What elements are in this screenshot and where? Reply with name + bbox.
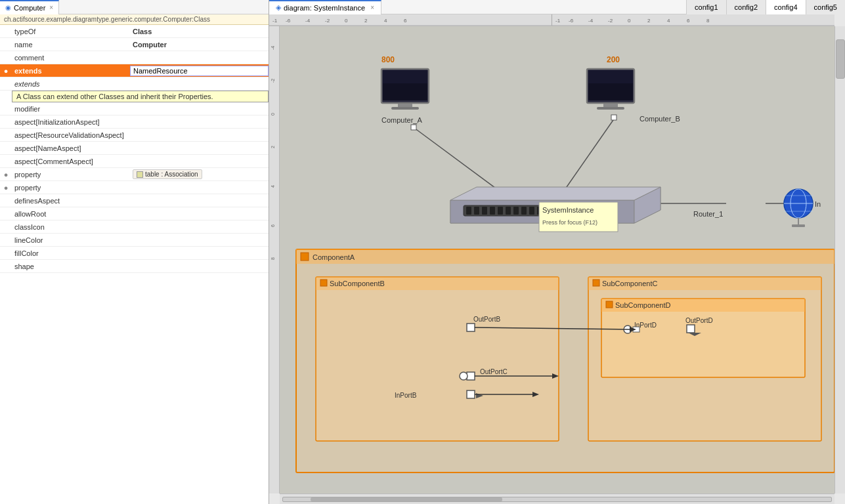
config-tab-2[interactable]: config2	[726, 0, 766, 14]
diagram-tab-bar: ◈ diagram: SystemInstance × config1 conf…	[269, 0, 845, 14]
prop-value-modifier	[130, 108, 269, 110]
svg-text:Router_1: Router_1	[693, 210, 723, 218]
prop-name-name: name	[12, 39, 130, 50]
diagram-tab-label: diagram: SystemInstance	[284, 4, 365, 12]
prop-row-aspect4: aspect[CommentAspect]	[0, 155, 269, 168]
svg-text:6: 6	[687, 18, 690, 24]
svg-rect-29	[611, 115, 617, 120]
svg-rect-37	[398, 104, 412, 107]
prop-name-linecolor: lineColor	[12, 235, 130, 245]
svg-text:-1: -1	[555, 18, 561, 24]
prop-value-extends-input[interactable]	[130, 66, 269, 76]
main-container: ◉ Computer × ch.actifsource.example.diag…	[0, 0, 845, 504]
computer-b-icon	[587, 69, 634, 110]
horizontal-scrollbar[interactable]	[280, 494, 834, 504]
config-tab-5[interactable]: config5	[806, 0, 845, 14]
svg-text:OutPortD: OutPortD	[685, 317, 713, 324]
svg-text:-6: -6	[569, 18, 574, 24]
prop-row-fillcolor: fillColor	[0, 247, 269, 260]
svg-rect-98	[467, 372, 475, 380]
prop-value-comment	[130, 56, 269, 59]
svg-line-26	[414, 128, 503, 194]
svg-text:2: 2	[271, 146, 275, 148]
svg-rect-83	[316, 277, 559, 441]
prop-value-aspect2	[130, 134, 269, 136]
diagram-tab[interactable]: ◈ diagram: SystemInstance ×	[269, 0, 381, 14]
diagram-tab-close[interactable]: ×	[370, 4, 374, 11]
svg-text:Computer_B: Computer_B	[639, 115, 680, 123]
svg-text:6: 6	[404, 18, 407, 24]
svg-rect-36	[383, 70, 427, 83]
computer-tab[interactable]: ◉ Computer ×	[0, 0, 59, 14]
svg-text:InPortB: InPortB	[395, 392, 417, 399]
prop-row-comment: comment	[0, 51, 269, 64]
svg-text:-4: -4	[588, 18, 594, 24]
svg-rect-27	[411, 125, 416, 130]
svg-text:4: 4	[384, 18, 387, 24]
table-icon	[137, 171, 143, 178]
svg-line-28	[562, 118, 615, 194]
prop-row-extends[interactable]: ● extends	[0, 64, 269, 77]
prop-name-extends2: extends	[12, 79, 130, 89]
svg-text:Computer_A: Computer_A	[381, 116, 422, 124]
bullet-extends: ●	[0, 67, 12, 75]
computer-tab-close[interactable]: ×	[49, 4, 53, 11]
prop-value-extends2	[130, 83, 269, 85]
svg-text:8: 8	[271, 257, 275, 260]
svg-rect-42	[588, 70, 633, 83]
svg-text:-2: -2	[325, 18, 330, 24]
prop-row-linecolor: lineColor	[0, 234, 269, 247]
h-scrollbar-thumb[interactable]	[311, 497, 502, 501]
prop-value-typeof: Class	[130, 26, 269, 37]
svg-text:2: 2	[647, 18, 651, 24]
svg-rect-89	[593, 280, 599, 286]
computer-a-icon	[381, 69, 429, 110]
svg-rect-85	[320, 280, 327, 286]
prop-name-shape: shape	[12, 261, 130, 272]
prop-row-aspect2: aspect[ResourceValidationAspect]	[0, 129, 269, 142]
svg-rect-58	[521, 207, 527, 215]
prop-row-shape: shape	[0, 260, 269, 273]
svg-text:4: 4	[667, 18, 670, 24]
svg-text:0: 0	[271, 113, 275, 116]
svg-text:-2: -2	[271, 79, 275, 83]
properties-table: typeOf Class name Computer comment ● ext…	[0, 25, 269, 504]
config-tab-4[interactable]: config4	[766, 0, 805, 14]
prop-name-typeof: typeOf	[12, 26, 130, 37]
prop-row-classicon: classIcon	[0, 220, 269, 234]
prop-value-property1: table : Association	[130, 168, 269, 180]
prop-value-definesaspect	[130, 200, 269, 202]
computer-tab-label: Computer	[14, 4, 45, 12]
svg-rect-93	[606, 301, 613, 308]
prop-name-aspect4: aspect[CommentAspect]	[12, 156, 130, 167]
svg-rect-77	[792, 224, 805, 227]
svg-rect-51	[466, 207, 471, 215]
diagram-canvas[interactable]: -1 -6 -4 -2 0 2 4 6 -1 -6	[269, 14, 845, 504]
svg-text:OutPortB: OutPortB	[473, 316, 500, 323]
svg-text:OutPortC: OutPortC	[480, 368, 508, 375]
prop-row-aspect3: aspect[NameAspect]	[0, 142, 269, 155]
svg-text:-1: -1	[272, 18, 278, 24]
prop-row-modifier: modifier	[0, 102, 269, 116]
svg-text:-2: -2	[608, 18, 613, 24]
ruler-top-2: -1 -6 -4 -2 0 2 4 6 8	[552, 14, 834, 26]
diagram-tab-icon: ◈	[276, 3, 281, 12]
prop-value-property2	[130, 186, 269, 189]
svg-text:2: 2	[364, 18, 368, 24]
prop-name-aspect2: aspect[ResourceValidationAspect]	[12, 130, 130, 140]
svg-text:800: 800	[381, 55, 395, 64]
svg-text:0: 0	[628, 18, 631, 24]
computer-tab-icon: ◉	[5, 4, 11, 11]
svg-rect-107	[687, 325, 695, 333]
svg-text:-4: -4	[305, 18, 311, 24]
prop-row-allowroot: allowRoot	[0, 207, 269, 220]
prop-name-property1: property	[12, 169, 130, 180]
config-tab-1[interactable]: config1	[686, 0, 726, 14]
vertical-scrollbar[interactable]	[834, 26, 845, 494]
svg-rect-59	[529, 207, 534, 215]
svg-rect-43	[603, 104, 618, 107]
svg-rect-81	[301, 253, 309, 261]
v-scrollbar-thumb[interactable]	[836, 39, 845, 79]
prop-row-name: name Computer	[0, 38, 269, 51]
svg-text:ComponentA: ComponentA	[313, 253, 355, 261]
